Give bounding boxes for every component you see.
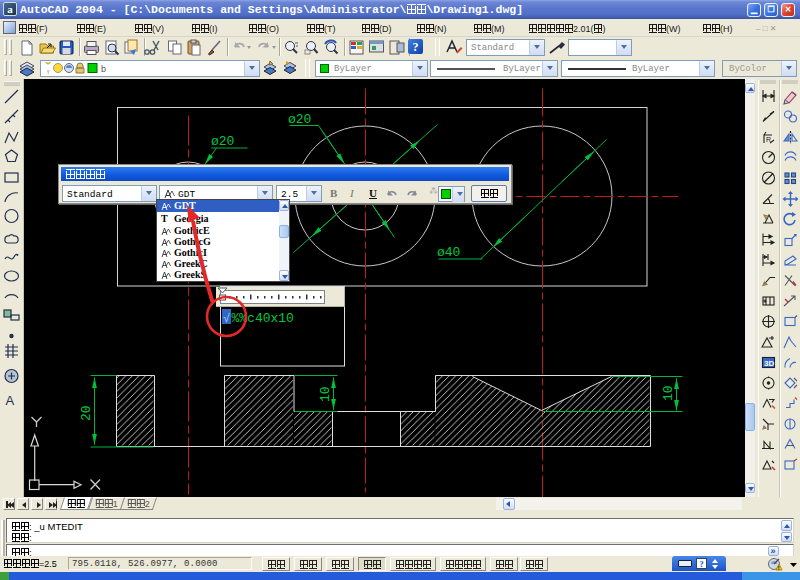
svg-text:!: ! [778, 565, 780, 571]
svg-text:ø40: ø40 [437, 245, 460, 260]
svg-text:20: 20 [79, 405, 94, 421]
svg-text:R: R [766, 136, 771, 143]
svg-text:%%c40x10: %%c40x10 [232, 311, 294, 326]
svg-text:10: 10 [661, 385, 676, 401]
svg-text:ø20: ø20 [288, 112, 311, 127]
svg-text:3D: 3D [764, 359, 774, 368]
svg-text:A: A [6, 393, 15, 408]
svg-text:10: 10 [318, 386, 333, 402]
svg-text:√: √ [223, 312, 230, 326]
svg-text:ø20: ø20 [211, 134, 234, 149]
